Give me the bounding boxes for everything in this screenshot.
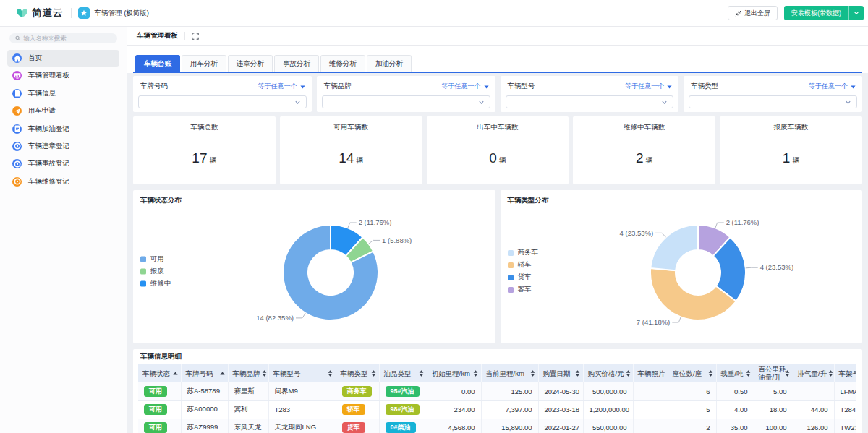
label-leader-line	[348, 223, 357, 228]
column-header[interactable]: 座位数/座	[668, 364, 716, 382]
column-header[interactable]: 当前里程/km	[481, 364, 538, 382]
filter-operator[interactable]: 等于任意一个	[442, 82, 489, 91]
tab-item[interactable]: 违章分析	[228, 55, 273, 72]
column-header[interactable]: 排气量/升	[793, 364, 834, 382]
filter-select[interactable]	[506, 95, 674, 108]
sort-asc-icon[interactable]	[173, 372, 178, 375]
filter-operator[interactable]: 等于任意一个	[258, 82, 305, 91]
sidebar-item[interactable]: 车辆事故登记	[7, 155, 119, 172]
sort-down-glyph	[371, 374, 376, 377]
sort-up-glyph	[473, 370, 478, 373]
table-row[interactable]: 可用苏AZ9999东风天龙天龙期间LNG货车0#柴油4,568.0015,890…	[138, 419, 856, 433]
column-header-inner: 当前里程/km	[486, 369, 535, 378]
filter-select[interactable]	[322, 95, 490, 108]
chevron-down-icon	[478, 99, 485, 106]
stat-unit: 辆	[792, 156, 799, 164]
column-header[interactable]: 车辆型号	[268, 364, 336, 382]
column-header[interactable]: 车架号	[834, 364, 856, 382]
home-glyph	[13, 54, 22, 63]
stat-card: 出车中车辆数0辆	[427, 116, 569, 184]
record-glyph	[13, 142, 22, 150]
install-template-dropdown-button[interactable]	[848, 6, 864, 20]
sort-icon[interactable]	[828, 370, 833, 377]
filter-label: 车辆品牌	[324, 82, 352, 91]
sort-down-glyph	[575, 374, 580, 377]
app-entry[interactable]: 车辆管理 (极简版)	[78, 7, 149, 19]
filter-operator[interactable]: 等于任意一个	[625, 82, 672, 91]
caret-down-glyph	[667, 85, 672, 89]
column-header[interactable]: 初始里程/km	[427, 364, 481, 382]
column-header[interactable]: 载重/吨	[716, 364, 754, 382]
filter-select[interactable]	[138, 95, 307, 108]
sort-asc-icon[interactable]	[220, 372, 225, 375]
sort-icon[interactable]	[262, 370, 267, 377]
sort-up-glyph	[746, 370, 751, 373]
column-header[interactable]: 车辆品牌	[228, 364, 268, 382]
column-header[interactable]: 百公里耗油量/升	[754, 364, 793, 382]
sort-icon[interactable]	[473, 370, 478, 377]
exit-fullscreen-button[interactable]: 退出全屏	[728, 6, 778, 20]
column-header-label: 油品类型	[384, 369, 412, 378]
table-row[interactable]: 可用苏A00000宾利T283轿车98#汽油234.007,397.002023…	[138, 400, 856, 419]
sort-icon[interactable]	[626, 370, 631, 377]
sort-down-glyph	[530, 374, 535, 377]
sidebar-item[interactable]: 车辆管理看板	[7, 67, 119, 84]
sort-icon[interactable]	[575, 370, 580, 377]
donut-slice[interactable]	[650, 225, 698, 270]
tab-active[interactable]: 车辆台账	[135, 55, 180, 72]
sort-icon[interactable]	[785, 370, 790, 377]
sidebar-item[interactable]: 车辆信息	[7, 85, 119, 102]
sidebar-item[interactable]: 用车申请	[7, 103, 119, 119]
filter-row: 车牌号码等于任意一个车辆品牌等于任意一个车辆型号等于任意一个车辆类型等于任意一个	[133, 76, 862, 112]
stat-label: 维修中车辆数	[573, 116, 715, 132]
column-header[interactable]: 购置日期	[538, 364, 583, 382]
stat-value-row: 2辆	[573, 150, 715, 166]
send-icon	[12, 106, 22, 116]
column-header[interactable]: 车牌号码	[181, 364, 228, 382]
sort-up-glyph	[708, 370, 713, 373]
jiandaoyun-logo[interactable]: 简道云	[16, 7, 64, 20]
caret-down-icon	[484, 83, 489, 90]
table-cell: 苏AZ9999	[181, 419, 228, 433]
sort-icon[interactable]	[530, 370, 535, 377]
table-cell: 95#汽油	[379, 382, 427, 400]
sort-icon[interactable]	[746, 370, 751, 377]
donut-chart: 2 (11.76%)4 (23.53%)7 (41.18%)4 (23.53%)	[501, 190, 862, 343]
stat-unit: 辆	[356, 156, 363, 164]
filter-select[interactable]	[689, 95, 857, 108]
sort-icon[interactable]	[419, 370, 424, 377]
slice-label: 4 (23.53%)	[619, 229, 652, 237]
sidebar-item[interactable]: 车辆加油登记	[7, 121, 119, 137]
slice-label: 2 (11.76%)	[359, 218, 392, 226]
search-input[interactable]	[23, 35, 113, 42]
sidebar-item[interactable]: 车辆违章登记	[7, 138, 119, 155]
filter-operator-label: 等于任意一个	[625, 82, 664, 91]
fullscreen-icon[interactable]	[192, 33, 199, 40]
column-header[interactable]: 车辆状态	[138, 364, 181, 382]
tab-item[interactable]: 用车分析	[182, 55, 226, 72]
table-row[interactable]: 可用苏A-58789赛里斯问界M9商务车95#汽油0.00125.002024-…	[138, 382, 856, 400]
column-header-inner: 购买价格/元	[588, 369, 630, 378]
tab-item[interactable]: 事故分析	[274, 55, 319, 72]
filter-operator[interactable]: 等于任意一个	[809, 82, 856, 91]
sidebar-item[interactable]: 车辆维修登记	[7, 173, 119, 190]
sort-icon[interactable]	[708, 370, 713, 377]
sidebar-search[interactable]	[9, 33, 117, 43]
tab-item[interactable]: 加油分析	[367, 55, 412, 72]
column-header-inner: 车牌号码	[186, 369, 225, 378]
stat-card: 报废车辆数1辆	[720, 116, 862, 184]
column-header[interactable]: 购买价格/元	[583, 364, 633, 382]
sort-icon[interactable]	[328, 370, 333, 377]
page-header: 车辆管理看板	[127, 27, 868, 46]
table-cell: 0.50	[716, 382, 754, 400]
column-header[interactable]: 油品类型	[379, 364, 427, 382]
install-template-button[interactable]: 安装模板(带数据)	[784, 6, 848, 20]
tab-item[interactable]: 维修分析	[320, 55, 365, 72]
table-cell: 苏A00000	[181, 400, 228, 419]
column-header[interactable]: 车辆类型	[336, 364, 379, 382]
sidebar-item[interactable]: 首页	[7, 50, 119, 67]
sort-up-glyph	[371, 370, 376, 373]
sort-icon[interactable]	[371, 370, 376, 377]
column-header[interactable]: 车辆照片	[633, 364, 668, 382]
status-badge: 0#柴油	[386, 422, 416, 433]
